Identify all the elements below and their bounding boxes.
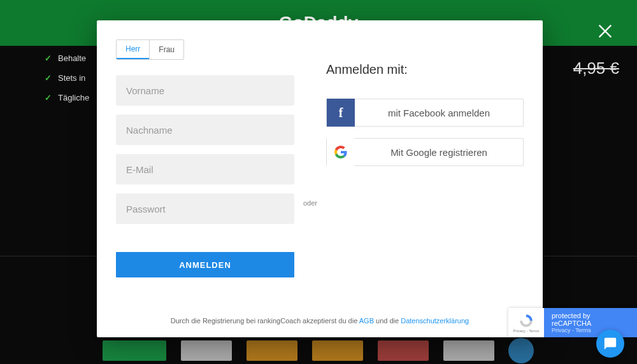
partner-logo [181,340,232,361]
feature-item: ✓ Behalte [45,53,89,63]
partner-logo [378,340,429,361]
lastname-input[interactable] [116,115,294,145]
chat-button[interactable] [596,330,624,358]
feature-text: Stets in [58,73,85,83]
google-login-button[interactable]: Mit Google registrieren [326,138,524,166]
partner-logo [103,340,166,361]
facebook-icon: f [327,99,355,127]
check-icon: ✓ [45,53,52,63]
recaptcha-terms-link[interactable]: Terms [575,327,591,333]
partner-logo [247,340,297,361]
legal-text: Durch die Registrierung bei rankingCoach… [116,317,524,325]
social-column: Anmelden mit: f mit Facebook anmelden Mi… [326,39,524,277]
google-button-label: Mit Google registrieren [355,147,523,158]
check-icon: ✓ [45,73,52,83]
submit-button[interactable]: ANMELDEN [116,252,294,277]
recaptcha-protected-label: protected by reCAPTCHA [552,312,629,327]
signup-modal: Herr Frau ANMELDEN oder Anmelden mit: f … [97,20,543,337]
strikethrough-price: 4,95 € [573,59,619,78]
feature-item: ✓ Tägliche [45,93,89,102]
recaptcha-text: protected by reCAPTCHA Privacy - Terms [544,308,637,337]
google-icon [327,138,355,166]
salutation-tab-herr[interactable]: Herr [117,40,149,59]
privacy-link[interactable]: Datenschutzerklärung [401,317,469,325]
agb-link[interactable]: AGB [359,317,374,325]
chat-icon [603,337,617,351]
feature-item: ✓ Stets in [45,73,89,83]
social-heading: Anmelden mit: [326,62,524,77]
recaptcha-privacy-link[interactable]: Privacy [552,327,571,333]
check-icon: ✓ [45,93,52,102]
divider-label: oder [303,199,317,207]
form-column: Herr Frau ANMELDEN [116,39,294,277]
facebook-button-label: mit Facebook anmelden [355,108,523,118]
recaptcha-icon-box: Privacy - Terms [508,308,544,337]
divider-column: oder [294,39,326,277]
partner-logos-row [0,337,637,364]
recaptcha-icon [518,312,534,329]
close-icon [596,22,614,40]
partner-logo [443,340,494,361]
firstname-input[interactable] [116,75,294,106]
password-input[interactable] [116,193,294,224]
recaptcha-privacy-tiny: Privacy - Terms [513,329,539,333]
feature-text: Tägliche [58,93,89,102]
facebook-login-button[interactable]: f mit Facebook anmelden [326,99,524,127]
close-button[interactable] [595,22,615,42]
salutation-tab-frau[interactable]: Frau [149,40,183,59]
partner-logo [312,340,363,361]
feature-list: ✓ Behalte ✓ Stets in ✓ Tägliche [45,53,89,113]
partner-logo [508,338,534,363]
feature-text: Behalte [58,53,86,63]
email-input[interactable] [116,154,294,185]
salutation-tabs: Herr Frau [116,39,184,60]
